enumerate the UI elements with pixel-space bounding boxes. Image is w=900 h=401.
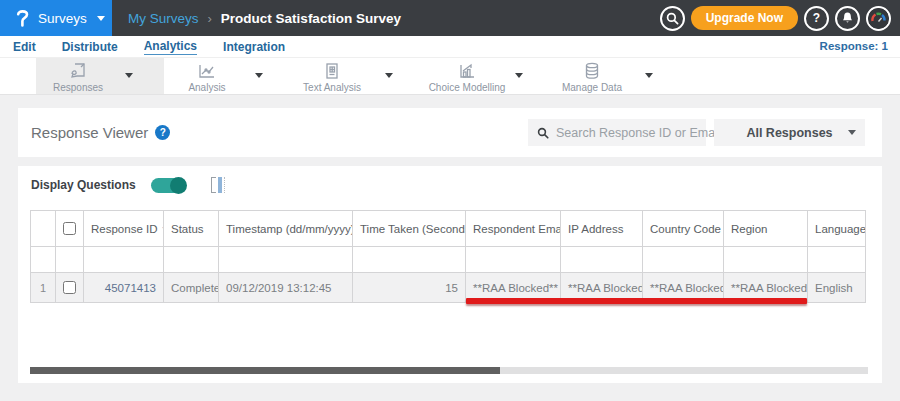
questionpro-logo-icon bbox=[15, 8, 30, 28]
breadcrumb-current-survey: Product Satisfaction Survey bbox=[221, 11, 401, 26]
toolbar-label: Analysis bbox=[188, 82, 225, 93]
toolbar-label: Text Analysis bbox=[303, 82, 361, 93]
toolbar-item-manage-data[interactable]: Manage Data bbox=[550, 61, 634, 93]
breadcrumb: My Surveys › Product Satisfaction Survey bbox=[128, 0, 401, 36]
toolbar-item-text-analysis[interactable]: Text Analysis bbox=[290, 61, 374, 93]
cell-status: Completed bbox=[164, 273, 219, 303]
cell-response-id[interactable]: 45071413 bbox=[84, 273, 164, 303]
filter-cell bbox=[31, 247, 56, 273]
tab-distribute[interactable]: Distribute bbox=[62, 40, 118, 54]
notifications-button[interactable] bbox=[835, 6, 860, 31]
tab-integration[interactable]: Integration bbox=[223, 40, 285, 54]
filter-cell[interactable] bbox=[164, 247, 219, 273]
column-header-timestamp[interactable]: Timestamp (dd/mm/yyyy) ⇅ bbox=[219, 211, 353, 247]
response-viewer-help-icon[interactable]: ? bbox=[155, 125, 170, 140]
response-search-input[interactable] bbox=[556, 126, 717, 140]
profile-gauge-icon bbox=[868, 8, 889, 29]
scrollbar-thumb[interactable] bbox=[30, 367, 500, 374]
row-checkbox[interactable] bbox=[63, 281, 76, 294]
breadcrumb-my-surveys[interactable]: My Surveys bbox=[128, 11, 199, 26]
response-viewer-header: Response Viewer ? All Responses bbox=[18, 108, 882, 157]
responses-icon bbox=[68, 61, 88, 81]
text-analysis-dropdown-caret[interactable] bbox=[385, 73, 393, 78]
upgrade-now-button[interactable]: Upgrade Now bbox=[691, 6, 798, 30]
cell-timestamp: 09/12/2019 13:12:45 bbox=[219, 273, 353, 303]
filter-cell[interactable] bbox=[466, 247, 561, 273]
toolbar-item-choice-modelling[interactable]: Choice Modelling bbox=[425, 61, 509, 93]
analytics-toolbar: Responses Analysis Text Analysis Choice … bbox=[0, 58, 900, 95]
toolbar-label: Manage Data bbox=[562, 82, 622, 93]
toggle-knob bbox=[170, 177, 187, 194]
top-header-bar: Surveys My Surveys › Product Satisfactio… bbox=[0, 0, 900, 36]
column-header-language[interactable]: Language bbox=[808, 211, 866, 247]
chevron-down-icon bbox=[97, 16, 105, 21]
question-mark-icon: ? bbox=[813, 11, 820, 25]
display-questions-toggle[interactable] bbox=[151, 178, 186, 193]
freeze-columns-icon[interactable] bbox=[211, 177, 225, 193]
select-all-cell bbox=[56, 211, 84, 247]
survey-nav-tabs: Edit Distribute Analytics Integration Re… bbox=[0, 36, 900, 58]
analysis-dropdown-caret[interactable] bbox=[255, 73, 263, 78]
chevron-down-icon bbox=[848, 130, 856, 135]
column-header-ip-address[interactable]: IP Address bbox=[561, 211, 643, 247]
breadcrumb-separator: › bbox=[208, 11, 212, 26]
toolbar-label: Responses bbox=[53, 82, 103, 93]
document-grid-icon bbox=[322, 61, 342, 81]
tab-edit[interactable]: Edit bbox=[13, 40, 36, 54]
column-header-region[interactable]: Region bbox=[724, 211, 808, 247]
column-header-response-id[interactable]: Response ID ▾ bbox=[84, 211, 164, 247]
row-select-cell bbox=[56, 273, 84, 303]
search-icon bbox=[666, 12, 679, 25]
toolbar-label: Choice Modelling bbox=[429, 82, 506, 93]
column-header-country-code[interactable]: Country Code bbox=[643, 211, 724, 247]
response-count: Response: 1 bbox=[820, 40, 888, 52]
help-button[interactable]: ? bbox=[804, 6, 829, 31]
filter-cell[interactable] bbox=[353, 247, 466, 273]
filter-cell[interactable] bbox=[561, 247, 643, 273]
response-search-box bbox=[528, 119, 706, 146]
manage-data-dropdown-caret[interactable] bbox=[645, 73, 653, 78]
responses-dropdown-caret[interactable] bbox=[125, 73, 133, 78]
choice-modelling-dropdown-caret[interactable] bbox=[515, 73, 523, 78]
filter-cell[interactable] bbox=[643, 247, 724, 273]
filter-selected-value: All Responses bbox=[746, 126, 832, 140]
row-number-header bbox=[31, 211, 56, 247]
bar-chart-icon bbox=[457, 61, 477, 81]
filter-cell[interactable] bbox=[84, 247, 164, 273]
column-header-time-taken[interactable]: Time Taken (Seconds) ⇅ bbox=[353, 211, 466, 247]
header-actions: Upgrade Now ? bbox=[660, 0, 891, 36]
response-filter-select[interactable]: All Responses bbox=[714, 119, 865, 146]
display-questions-label: Display Questions bbox=[31, 178, 136, 192]
column-header-respondent-email[interactable]: Respondent Email bbox=[466, 211, 561, 247]
filter-cell[interactable] bbox=[219, 247, 353, 273]
row-number: 1 bbox=[31, 273, 56, 303]
tab-analytics[interactable]: Analytics bbox=[144, 39, 197, 55]
red-highlight-underline bbox=[466, 298, 807, 304]
cell-time-taken: 15 bbox=[353, 273, 466, 303]
toolbar-item-analysis[interactable]: Analysis bbox=[165, 61, 249, 93]
filter-cell bbox=[56, 247, 84, 273]
filter-cell[interactable] bbox=[724, 247, 808, 273]
horizontal-scrollbar[interactable] bbox=[30, 367, 868, 374]
line-chart-icon bbox=[197, 61, 217, 81]
page-title: Response Viewer bbox=[31, 124, 148, 141]
database-icon bbox=[582, 61, 602, 81]
search-button[interactable] bbox=[660, 6, 685, 31]
responses-table: Response ID ▾ Status Timestamp (dd/mm/yy… bbox=[30, 210, 866, 303]
product-switcher[interactable]: Surveys bbox=[0, 0, 112, 36]
toolbar-item-responses[interactable]: Responses bbox=[36, 61, 120, 93]
display-questions-row: Display Questions bbox=[31, 177, 225, 193]
product-label: Surveys bbox=[38, 11, 87, 26]
filter-cell[interactable] bbox=[808, 247, 866, 273]
response-table-card: Display Questions Response ID ▾ Status T… bbox=[18, 166, 882, 383]
column-header-status[interactable]: Status bbox=[164, 211, 219, 247]
select-all-checkbox[interactable] bbox=[63, 222, 76, 235]
search-icon bbox=[537, 127, 549, 139]
bell-icon bbox=[841, 11, 854, 25]
cell-language: English bbox=[808, 273, 866, 303]
avatar[interactable] bbox=[866, 6, 891, 31]
